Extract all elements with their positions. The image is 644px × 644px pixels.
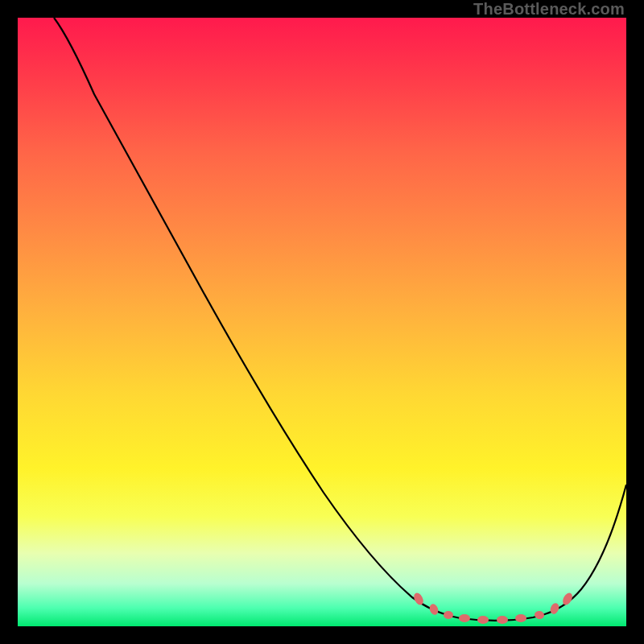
svg-point-1 (428, 603, 440, 617)
chart-svg (18, 18, 626, 626)
bottleneck-curve-line (54, 18, 626, 621)
svg-point-3 (459, 614, 470, 622)
chart-frame: TheBottleneck.com (0, 0, 644, 644)
svg-point-8 (549, 602, 561, 616)
svg-point-7 (534, 610, 545, 620)
optimal-range-markers (412, 592, 575, 624)
watermark-text: TheBottleneck.com (473, 0, 625, 19)
svg-point-5 (497, 616, 508, 624)
svg-point-2 (444, 611, 453, 619)
svg-point-6 (515, 614, 526, 622)
svg-point-4 (477, 616, 489, 624)
